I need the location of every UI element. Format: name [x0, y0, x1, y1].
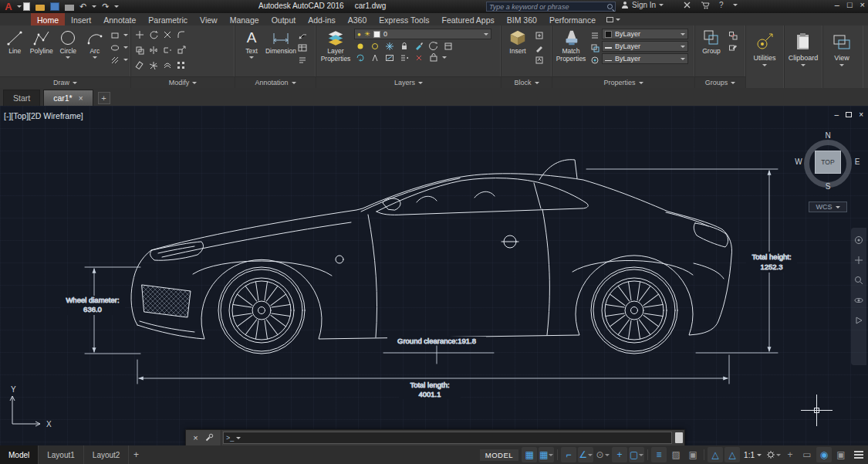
group-edit-icon[interactable]: [727, 42, 738, 52]
annotation-scale-button[interactable]: 1:1: [741, 451, 765, 459]
layer-unsaved-icon[interactable]: [354, 52, 366, 63]
erase-tool-icon[interactable]: [133, 60, 145, 70]
model-space-drawing[interactable]: Wheel diameter: 636.0 Total height: 1252…: [0, 106, 868, 445]
layer-match-icon[interactable]: [413, 41, 424, 51]
ortho-toggle-icon[interactable]: ⌐: [561, 447, 576, 462]
lineweight-toggle-icon[interactable]: ≡: [651, 447, 667, 462]
tab-bim360[interactable]: BIM 360: [501, 13, 543, 25]
selection-cycling-icon[interactable]: ▣: [685, 447, 701, 462]
layer-prev-icon[interactable]: [427, 41, 439, 51]
undo-icon[interactable]: ↶: [79, 2, 86, 12]
model-layout-tab[interactable]: Model: [0, 445, 39, 464]
match-properties-button[interactable]: Match Properties: [555, 27, 587, 75]
mtext-tool-icon[interactable]: [296, 55, 308, 65]
dim-total-length[interactable]: Total length: 4001.1: [137, 355, 729, 399]
view-button[interactable]: View: [823, 25, 860, 86]
mirror-tool-icon[interactable]: [147, 45, 159, 55]
new-layout-button[interactable]: +: [129, 449, 143, 460]
qat-customize-caret-icon[interactable]: [114, 5, 119, 8]
group-button[interactable]: Group: [697, 27, 725, 75]
fillet-tool-icon[interactable]: [175, 29, 187, 39]
block-attributes-icon[interactable]: [533, 55, 545, 65]
zoom-icon[interactable]: [854, 276, 863, 285]
open-file-icon[interactable]: [35, 5, 45, 11]
annotation-visibility-icon[interactable]: △: [708, 447, 723, 462]
sign-in-button[interactable]: Sign In: [622, 1, 664, 9]
car-details[interactable]: [140, 160, 728, 337]
redo-icon[interactable]: ↷: [102, 2, 109, 12]
leader-tool-icon[interactable]: [296, 30, 308, 40]
ellipse-caret-icon[interactable]: [123, 46, 128, 49]
quick-properties-icon[interactable]: ▭: [799, 447, 815, 462]
close-button[interactable]: ×: [860, 0, 865, 9]
snap-toggle-icon[interactable]: ▦: [539, 447, 554, 462]
circle-tool[interactable]: Circle: [56, 27, 81, 75]
graphics-performance-icon[interactable]: ◉: [816, 447, 832, 462]
exchange-apps-icon[interactable]: [683, 1, 691, 9]
tab-insert[interactable]: Insert: [65, 13, 97, 25]
lineweight-dropdown[interactable]: ByLayer: [602, 41, 688, 52]
layout2-tab[interactable]: Layout2: [84, 445, 130, 464]
panel-label-layers[interactable]: Layers: [316, 76, 501, 88]
annotation-monitor-icon[interactable]: +: [782, 447, 798, 462]
explode-tool-icon[interactable]: [147, 60, 159, 70]
dimension-annotations[interactable]: Wheel diameter: 636.0 Total height: 1252…: [60, 169, 797, 399]
layer-dropdown[interactable]: ● ☀ 0: [354, 29, 491, 39]
minimize-button[interactable]: –: [835, 0, 839, 9]
properties-list-icon[interactable]: [589, 30, 600, 40]
autoscale-icon[interactable]: △: [724, 447, 740, 462]
rectangle-caret-icon[interactable]: [123, 34, 128, 36]
tab-output[interactable]: Output: [265, 13, 302, 25]
viewport-restore-icon[interactable]: [846, 112, 852, 117]
layer-isolate-icon[interactable]: [369, 41, 380, 51]
command-input[interactable]: [243, 434, 669, 442]
app-menu-caret-icon[interactable]: [17, 5, 22, 8]
dim-ground-clearance[interactable]: Ground clearance:191.8: [383, 337, 494, 364]
panel-label-properties[interactable]: Properties: [552, 76, 694, 88]
transparency-toggle-icon[interactable]: ▨: [668, 447, 684, 462]
text-tool[interactable]: A Text: [238, 27, 265, 75]
line-tool[interactable]: Line: [2, 27, 28, 75]
autocad-logo-icon[interactable]: A: [0, 1, 17, 12]
hatch-tool-icon[interactable]: [109, 55, 120, 65]
customize-status-bar-icon[interactable]: [854, 451, 863, 459]
viewport-minimize-icon[interactable]: –: [835, 110, 839, 119]
recent-commands-caret-icon[interactable]: [236, 437, 241, 439]
transparency-tool-icon[interactable]: [589, 42, 600, 52]
tab-featured-apps[interactable]: Featured Apps: [435, 13, 500, 25]
front-wheel[interactable]: [218, 267, 305, 354]
utilities-button[interactable]: Utilities: [746, 25, 783, 86]
layer-lockfade-icon[interactable]: [427, 52, 439, 63]
table-tool-icon[interactable]: [296, 42, 308, 52]
tab-addins[interactable]: Add-ins: [302, 13, 342, 25]
rectangle-tool-icon[interactable]: [109, 30, 120, 40]
command-close-icon[interactable]: ×: [193, 433, 198, 442]
scale-tool-icon[interactable]: [175, 45, 187, 55]
layout1-tab[interactable]: Layout1: [39, 445, 84, 464]
layer-off-icon[interactable]: [354, 41, 366, 51]
dimension-tool[interactable]: Dimension: [267, 27, 295, 75]
viewcube-west[interactable]: W: [793, 157, 804, 166]
properties-paint-icon[interactable]: [589, 55, 600, 65]
viewcube-south[interactable]: S: [822, 182, 833, 191]
copy-tool-icon[interactable]: [133, 45, 145, 55]
tab-performance[interactable]: Performance: [543, 13, 602, 25]
polyline-tool[interactable]: Polyline: [29, 27, 55, 75]
layer-freeze-icon[interactable]: [383, 41, 395, 51]
orbit-icon[interactable]: [854, 296, 863, 305]
layer-properties-button[interactable]: Layer Properties: [319, 27, 353, 75]
dim-wheel-diameter[interactable]: Wheel diameter: 636.0: [60, 267, 140, 354]
command-customize-icon[interactable]: [204, 433, 214, 442]
polar-toggle-icon[interactable]: ∠: [578, 447, 593, 462]
osnap-toggle-icon[interactable]: ▢: [629, 447, 644, 462]
help-icon[interactable]: ?: [719, 1, 724, 9]
panel-label-block[interactable]: Block: [502, 76, 552, 88]
tab-a360[interactable]: A360: [342, 13, 373, 25]
viewcube-top-face[interactable]: TOP: [815, 151, 841, 174]
layer-state-icon[interactable]: [442, 41, 454, 51]
new-file-icon[interactable]: [23, 2, 30, 11]
ungroup-icon[interactable]: [727, 30, 738, 40]
file-tab-start[interactable]: Start: [3, 90, 40, 106]
file-tab-car1[interactable]: car1* ×: [43, 90, 93, 106]
panel-label-modify[interactable]: Modify: [131, 76, 235, 88]
